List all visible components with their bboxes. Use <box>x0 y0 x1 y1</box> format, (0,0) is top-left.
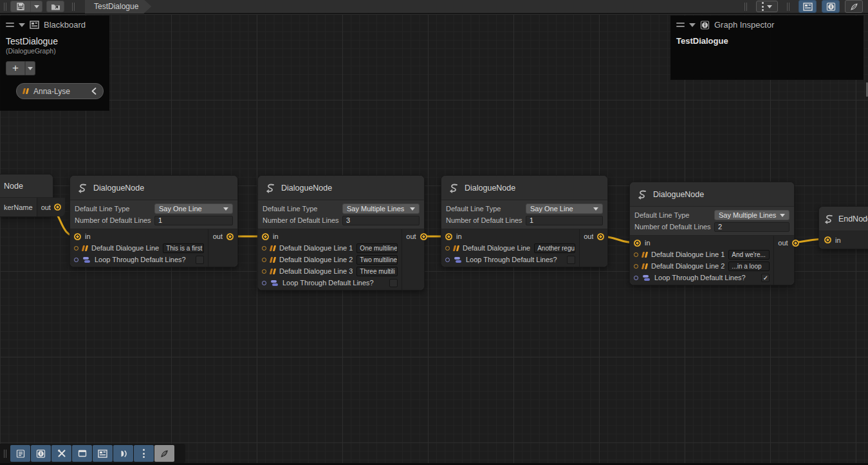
out-port[interactable] <box>597 233 604 240</box>
add-property-button[interactable]: + <box>6 61 25 75</box>
toggle-quill-panel-button[interactable] <box>845 0 863 13</box>
in-port[interactable] <box>74 233 81 240</box>
tabbar-drag-handle[interactable] <box>72 3 75 11</box>
toggle-blackboard-button-bottom[interactable] <box>93 445 113 462</box>
loop-checkbox[interactable] <box>389 279 398 287</box>
end-node[interactable]: EndNode in <box>818 206 868 249</box>
play-preview-button[interactable] <box>113 445 133 462</box>
tools-button[interactable] <box>51 445 71 462</box>
graph-inspector-header[interactable]: Graph Inspector <box>671 16 863 32</box>
in-port[interactable] <box>824 236 831 243</box>
speaker-name-field[interactable]: kerName <box>0 198 37 216</box>
dialogue-line-field[interactable]: One multiline <box>356 243 398 253</box>
loop-port[interactable] <box>445 258 450 262</box>
dropdown-value: Say One Line <box>159 205 223 213</box>
node-title-bar[interactable]: Node <box>0 175 53 198</box>
window-icon <box>78 450 87 457</box>
more-options-button[interactable] <box>134 445 154 462</box>
quote-icon <box>642 263 647 269</box>
line-port[interactable] <box>262 246 266 251</box>
chevron-down-icon <box>410 207 415 211</box>
info-icon <box>700 21 710 30</box>
dialogue-node-2[interactable]: DialogueNode Default Line Type Say Multi… <box>257 175 425 290</box>
loop-port-label: Loop Through Default Lines? <box>282 279 385 287</box>
toggle-script-panel-button[interactable] <box>10 445 30 462</box>
blackboard-item-anna-lyse[interactable]: Anna-Lyse <box>16 83 104 99</box>
quill-button[interactable] <box>154 445 174 462</box>
in-port[interactable] <box>262 233 269 240</box>
number-of-lines-field[interactable]: 1 <box>526 216 603 225</box>
toolbar-drag-handle[interactable] <box>4 3 6 11</box>
overflow-menu-button[interactable] <box>756 1 778 12</box>
drag-grip-icon[interactable] <box>6 23 14 27</box>
prop-label: Number of Default Lines <box>446 216 526 224</box>
window-button[interactable] <box>72 445 92 462</box>
line-type-dropdown[interactable]: Say Multiple Lines <box>342 204 420 214</box>
line-port[interactable] <box>74 246 78 251</box>
dialogue-node-1[interactable]: DialogueNode Default Line Type Say One L… <box>69 175 238 267</box>
dialogue-line-field[interactable]: ...in a loop <box>728 261 770 271</box>
loop-checkbox[interactable] <box>196 256 204 264</box>
number-of-lines-field[interactable]: 3 <box>342 216 420 225</box>
out-port[interactable] <box>792 240 799 247</box>
save-button[interactable] <box>10 1 31 12</box>
in-port[interactable] <box>634 240 641 247</box>
loop-checkbox[interactable] <box>567 256 575 264</box>
loop-port[interactable] <box>262 281 266 285</box>
node-title-bar[interactable]: DialogueNode <box>441 176 607 200</box>
line-type-dropdown[interactable]: Say One Line <box>526 204 603 214</box>
quote-icon <box>270 269 275 274</box>
line-type-dropdown[interactable]: Say Multiple Lines <box>714 210 790 220</box>
line-port[interactable] <box>634 252 638 257</box>
save-dropdown-button[interactable] <box>31 1 42 12</box>
quote-icon <box>454 245 459 251</box>
chevron-left-icon[interactable] <box>91 88 97 95</box>
speaker-node[interactable]: Node kerName out <box>0 174 53 217</box>
out-port[interactable] <box>420 233 427 240</box>
loop-port[interactable] <box>634 276 638 280</box>
line-port[interactable] <box>262 269 266 274</box>
drag-grip-icon[interactable] <box>676 23 685 27</box>
node-title-bar[interactable]: DialogueNode <box>70 176 237 200</box>
toggle-inspector-button-bottom[interactable] <box>31 445 51 462</box>
graph-tab[interactable]: TestDialogue <box>85 0 151 14</box>
bottom-drag-handle[interactable] <box>4 450 6 458</box>
line-port[interactable] <box>262 258 266 262</box>
add-property-dropdown[interactable] <box>25 61 35 75</box>
dialogue-line-field[interactable]: This is a first <box>163 243 204 253</box>
dialogue-line-field[interactable]: Another regu <box>534 243 575 253</box>
blackboard-header[interactable]: Blackboard <box>1 16 109 32</box>
right-drag-handle[interactable] <box>744 3 747 11</box>
collapse-triangle-icon[interactable] <box>19 23 25 27</box>
in-port-label: in <box>835 236 868 244</box>
node-title-bar[interactable]: DialogueNode <box>630 182 794 207</box>
line-port[interactable] <box>445 246 450 251</box>
collapse-triangle-icon[interactable] <box>689 23 696 27</box>
blackboard-graph-name: TestDialogue <box>1 32 109 46</box>
node-title-bar[interactable]: DialogueNode <box>258 176 424 200</box>
line-port[interactable] <box>634 264 638 269</box>
toggle-inspector-button[interactable] <box>822 0 840 13</box>
right-drag-handle-2[interactable] <box>787 3 790 11</box>
dialogue-line-field[interactable]: Three multili <box>356 267 398 276</box>
node-title-bar[interactable]: EndNode <box>819 207 868 231</box>
number-of-lines-field[interactable]: 2 <box>714 222 790 232</box>
number-of-lines-field[interactable]: 1 <box>154 216 233 225</box>
open-asset-button[interactable] <box>46 1 64 12</box>
loop-checkbox[interactable]: ✓ <box>761 274 770 282</box>
dialogue-node-4[interactable]: DialogueNode Default Line Type Say Multi… <box>629 182 795 285</box>
node-title: DialogueNode <box>465 184 515 193</box>
prop-label: Default Line Type <box>446 205 526 213</box>
prop-label: Number of Default Lines <box>75 216 154 224</box>
dialogue-line-field[interactable]: Two multiline <box>356 255 398 265</box>
toggle-blackboard-button[interactable] <box>799 0 817 13</box>
dialogue-node-3[interactable]: DialogueNode Default Line Type Say One L… <box>441 175 608 267</box>
out-port[interactable] <box>54 204 61 211</box>
chevron-down-icon <box>223 207 228 211</box>
in-port[interactable] <box>445 233 452 240</box>
line-type-dropdown[interactable]: Say One Line <box>154 204 233 214</box>
out-port[interactable] <box>226 233 234 240</box>
chevron-down-icon <box>34 5 39 8</box>
loop-port[interactable] <box>74 258 78 262</box>
dialogue-line-field[interactable]: And we're... <box>728 250 770 260</box>
